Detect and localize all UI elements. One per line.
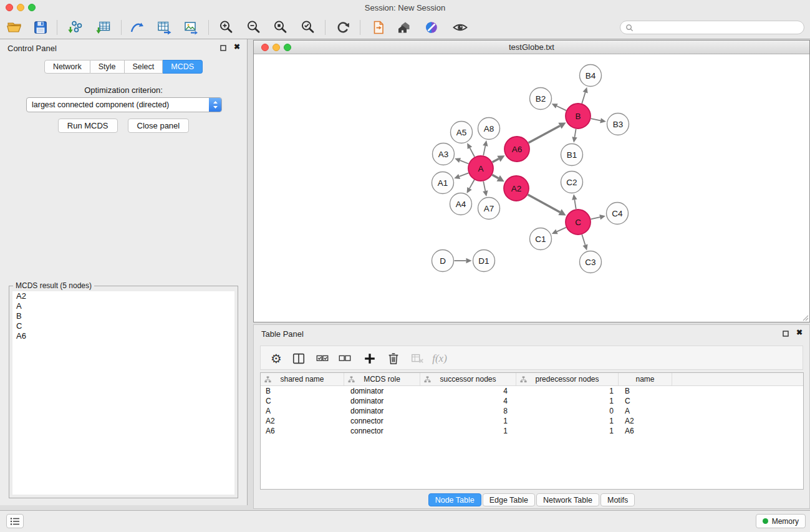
table-toolbar: ⚙ bbox=[260, 346, 803, 370]
table-panel: Table Panel ✖ ⚙ bbox=[253, 324, 810, 509]
table-row[interactable]: A2 connector 1 1 A2 bbox=[261, 416, 803, 426]
toolbar-separator bbox=[57, 20, 57, 35]
column-header-shared-name[interactable]: shared name bbox=[261, 373, 344, 385]
table-row[interactable]: A6 connector 1 1 A6 bbox=[261, 426, 803, 436]
delete-table-icon bbox=[410, 352, 424, 365]
tab-select[interactable]: Select bbox=[125, 60, 163, 74]
save-session-button[interactable] bbox=[30, 17, 51, 37]
export-table-icon bbox=[156, 19, 172, 36]
table-row[interactable]: A dominator 8 0 A bbox=[261, 406, 803, 416]
graph-edge-B-B1[interactable] bbox=[575, 129, 576, 137]
mcds-result-item[interactable]: A bbox=[12, 301, 234, 311]
column-header-name[interactable]: name bbox=[619, 373, 672, 385]
show-columns-button[interactable] bbox=[291, 351, 307, 367]
graph-edge-C-C4[interactable] bbox=[591, 217, 600, 219]
graph-edge-A-A1[interactable] bbox=[460, 173, 469, 177]
zoom-fit-button[interactable] bbox=[270, 17, 291, 37]
delete-table-button[interactable] bbox=[409, 351, 425, 367]
zoom-in-button[interactable] bbox=[216, 17, 237, 37]
export-document-button[interactable] bbox=[368, 17, 389, 37]
mcds-result-item[interactable]: C bbox=[12, 321, 234, 331]
column-header-mcds-role[interactable]: MCDS role bbox=[344, 373, 420, 385]
main-toolbar bbox=[0, 16, 810, 39]
column-header-successor-nodes[interactable]: successor nodes bbox=[420, 373, 516, 385]
table-row[interactable]: B dominator 4 1 B bbox=[261, 386, 803, 396]
graph-edge-C-C2[interactable] bbox=[574, 200, 576, 209]
control-panel: Control Panel ✖ Network Style Select MCD… bbox=[0, 39, 248, 505]
open-session-button[interactable] bbox=[4, 17, 25, 37]
network-overview-button[interactable] bbox=[394, 17, 415, 37]
graph-edge-A2-C[interactable] bbox=[528, 195, 560, 212]
tab-edge-table[interactable]: Edge Table bbox=[483, 493, 535, 506]
task-history-button[interactable] bbox=[6, 514, 24, 528]
export-image-icon bbox=[183, 19, 199, 36]
graph-node-label-C2: C2 bbox=[566, 178, 577, 187]
close-table-panel-button[interactable]: ✖ bbox=[796, 328, 803, 337]
delete-column-button[interactable] bbox=[385, 351, 402, 367]
column-type-icon bbox=[424, 376, 431, 383]
close-panel-button[interactable]: ✖ bbox=[234, 42, 240, 51]
mcds-result-item[interactable]: A6 bbox=[12, 331, 234, 341]
graph-edge-B-B2[interactable] bbox=[557, 106, 566, 110]
graph-edge-A-A2[interactable] bbox=[492, 175, 498, 178]
tab-network-table[interactable]: Network Table bbox=[536, 493, 599, 506]
export-image-button[interactable] bbox=[180, 17, 201, 37]
search-input[interactable] bbox=[637, 23, 804, 32]
table-settings-button[interactable]: ⚙ bbox=[268, 351, 284, 367]
graph-edge-A-A4[interactable] bbox=[470, 180, 475, 188]
import-table-button[interactable] bbox=[93, 17, 114, 37]
graph-edge-B-B4[interactable] bbox=[582, 92, 585, 104]
graph-node-label-C: C bbox=[575, 218, 581, 227]
table-panel-title: Table Panel bbox=[261, 329, 304, 339]
close-panel-action-button[interactable]: Close panel bbox=[128, 118, 190, 133]
tab-network[interactable]: Network bbox=[44, 60, 90, 74]
refresh-view-button[interactable] bbox=[332, 17, 354, 37]
graph-edge-A-A3[interactable] bbox=[460, 160, 469, 163]
graph-edge-A-A7[interactable] bbox=[483, 181, 485, 191]
dropdown-stepper[interactable] bbox=[209, 98, 221, 112]
graph-edge-B-B3[interactable] bbox=[591, 118, 600, 120]
network-canvas[interactable]: B4B2BB3A5A8A6B1A3AC2A1A2A4A7C4CC1C3DD1 bbox=[254, 55, 809, 322]
toolbar-separator bbox=[325, 20, 325, 35]
tab-motifs[interactable]: Motifs bbox=[600, 493, 635, 506]
graph-edge-A6-B[interactable] bbox=[528, 126, 560, 143]
add-column-button[interactable] bbox=[362, 351, 378, 367]
graph-edge-C-C3[interactable] bbox=[582, 235, 585, 245]
graph-node-label-B1: B1 bbox=[567, 150, 577, 160]
export-table-button[interactable] bbox=[153, 17, 175, 37]
column-header-predecessor-nodes[interactable]: predecessor nodes bbox=[516, 373, 619, 385]
graph-edge-A-A8[interactable] bbox=[483, 146, 485, 155]
fx-icon: f(x) bbox=[432, 352, 447, 365]
column-type-icon bbox=[264, 376, 271, 383]
tab-style[interactable]: Style bbox=[90, 60, 125, 74]
tab-node-table[interactable]: Node Table bbox=[428, 493, 481, 506]
graph-node-label-A6: A6 bbox=[512, 145, 523, 154]
mcds-result-item[interactable]: B bbox=[12, 311, 234, 321]
graph-edge-A-A5[interactable] bbox=[470, 148, 475, 157]
graph-node-label-D: D bbox=[440, 256, 446, 266]
import-network-button[interactable] bbox=[65, 17, 86, 37]
style-paint-button[interactable] bbox=[421, 17, 442, 37]
optimization-criterion-select[interactable]: largest connected component (directed) bbox=[26, 97, 222, 112]
graph-edge-A-A6[interactable] bbox=[493, 159, 499, 163]
graphics-details-button[interactable] bbox=[450, 17, 471, 37]
deselect-all-button[interactable] bbox=[337, 351, 353, 367]
zoom-selected-button[interactable] bbox=[297, 17, 319, 37]
select-all-button[interactable] bbox=[314, 351, 330, 367]
export-network-button[interactable] bbox=[127, 17, 148, 37]
float-panel-button[interactable] bbox=[219, 44, 227, 52]
function-builder-button[interactable]: f(x) bbox=[432, 351, 448, 367]
network-graph[interactable]: B4B2BB3A5A8A6B1A3AC2A1A2A4A7C4CC1C3DD1 bbox=[254, 55, 809, 322]
mcds-result-list[interactable]: A2 A B C A6 bbox=[12, 291, 234, 495]
graph-node-label-A1: A1 bbox=[438, 178, 448, 188]
mcds-result-item[interactable]: A2 bbox=[12, 291, 234, 301]
float-table-panel-button[interactable] bbox=[782, 330, 789, 337]
graph-edge-C-C1[interactable] bbox=[557, 228, 566, 232]
run-mcds-button[interactable]: Run MCDS bbox=[58, 118, 118, 133]
resize-grip-icon[interactable] bbox=[801, 314, 809, 321]
table-row[interactable]: C dominator 4 1 C bbox=[261, 396, 803, 406]
zoom-out-button[interactable] bbox=[243, 17, 264, 37]
memory-button[interactable]: Memory bbox=[756, 514, 806, 528]
save-floppy-icon bbox=[32, 19, 49, 36]
tab-mcds[interactable]: MCDS bbox=[163, 60, 203, 74]
